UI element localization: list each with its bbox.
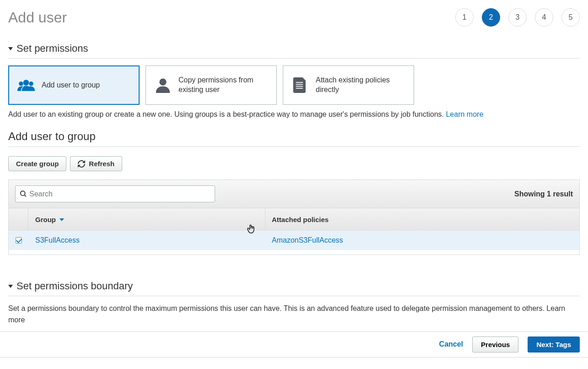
previous-button[interactable]: Previous (472, 336, 518, 353)
table-row: S3FullAccess AmazonS3FullAccess (9, 231, 579, 250)
refresh-button[interactable]: Refresh (70, 156, 122, 171)
search-box[interactable] (15, 185, 215, 202)
step-3[interactable]: 3 (508, 8, 527, 27)
column-group[interactable]: Group (28, 208, 265, 231)
footer: Cancel Previous Next: Tags (0, 331, 588, 358)
svg-rect-6 (296, 86, 303, 87)
svg-point-0 (23, 80, 29, 86)
row-checkbox[interactable] (16, 237, 22, 244)
boundary-description: Set a permissions boundary to control th… (8, 303, 580, 326)
card-label: Attach existing policies directly (316, 76, 405, 95)
set-boundary-title: Set permissions boundary (16, 280, 133, 292)
page-title: Add user (8, 9, 67, 26)
step-indicator: 1 2 3 4 5 (455, 8, 580, 27)
caret-down-icon (8, 285, 13, 288)
step-4[interactable]: 4 (535, 8, 553, 27)
step-5[interactable]: 5 (561, 8, 580, 27)
learn-more-link[interactable]: Learn more (446, 110, 483, 118)
policy-link[interactable]: AmazonS3FullAccess (272, 236, 343, 244)
result-count: Showing 1 result (514, 190, 573, 198)
sort-caret-icon (59, 218, 64, 221)
document-icon (291, 77, 309, 93)
search-input[interactable] (29, 190, 210, 198)
create-group-button[interactable]: Create group (8, 156, 66, 171)
card-label: Copy permissions from existing user (178, 76, 268, 95)
set-permissions-header[interactable]: Set permissions (8, 43, 580, 59)
svg-point-2 (29, 81, 33, 86)
group-link[interactable]: S3FullAccess (35, 236, 80, 244)
set-boundary-header[interactable]: Set permissions boundary (8, 280, 580, 296)
set-permissions-title: Set permissions (16, 43, 88, 54)
person-icon (154, 77, 172, 93)
column-policies[interactable]: Attached policies (265, 208, 579, 231)
step-1[interactable]: 1 (455, 8, 474, 27)
groups-table: Showing 1 result Group Attached policies… (8, 179, 580, 255)
svg-point-3 (159, 79, 166, 86)
next-button[interactable]: Next: Tags (528, 336, 580, 353)
card-add-user-to-group[interactable]: Add user to group (8, 65, 140, 105)
card-label: Add user to group (42, 81, 100, 90)
svg-point-1 (19, 81, 23, 86)
svg-rect-7 (296, 88, 303, 89)
users-icon (17, 77, 35, 93)
step-2[interactable]: 2 (482, 8, 500, 27)
svg-rect-4 (296, 82, 303, 83)
permissions-description: Add user to an existing group or create … (8, 110, 580, 119)
cancel-button[interactable]: Cancel (439, 340, 463, 348)
card-attach-policies[interactable]: Attach existing policies directly (283, 65, 414, 105)
svg-rect-5 (296, 84, 303, 85)
card-copy-permissions[interactable]: Copy permissions from existing user (146, 65, 277, 105)
add-user-to-group-title: Add user to group (8, 130, 580, 147)
refresh-icon (78, 160, 85, 168)
caret-down-icon (8, 47, 13, 50)
search-icon (20, 190, 27, 197)
